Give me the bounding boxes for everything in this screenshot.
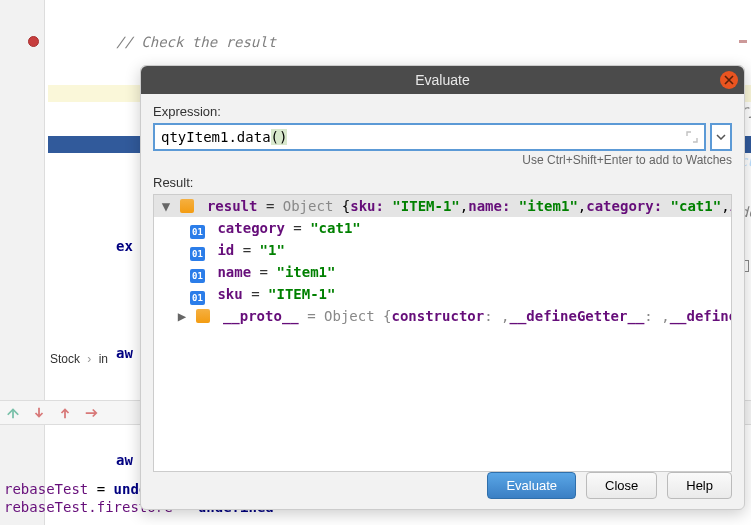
expand-right-icon[interactable]: ▶ [176,305,188,327]
result-property-row[interactable]: 01 category = "cat1" [154,217,731,239]
result-property-row[interactable]: 01 name = "item1" [154,261,731,283]
step-out-icon[interactable] [58,406,72,420]
breakpoint-icon[interactable] [28,36,39,47]
expand-icon[interactable] [686,131,698,143]
code-comment: // Check the result [116,34,276,50]
object-icon [180,199,194,213]
evaluate-button[interactable]: Evaluate [487,472,576,499]
breadcrumb-sep-icon: › [87,352,91,366]
chevron-down-icon [716,134,726,140]
expand-down-icon[interactable]: ▼ [160,195,172,217]
string-icon: 01 [190,247,205,261]
gutter [0,0,45,525]
result-label: Result: [153,175,732,190]
close-button[interactable]: Close [586,472,657,499]
ruler-mark-icon [739,40,747,43]
hint-text: Use Ctrl+Shift+Enter to add to Watches [153,153,732,167]
expression-label: Expression: [153,104,732,119]
evaluate-dialog: Evaluate Expression: qtyItem1.data() Use… [140,65,745,510]
dialog-titlebar[interactable]: Evaluate [141,66,744,94]
run-to-cursor-icon[interactable] [84,406,98,420]
close-icon[interactable] [720,71,738,89]
expression-input[interactable]: qtyItem1.data() [153,123,706,151]
result-tree[interactable]: ▼ result = Object {sku: "ITEM-1",name: "… [153,194,732,472]
result-property-row[interactable]: 01 sku = "ITEM-1" [154,283,731,305]
string-icon: 01 [190,269,205,283]
object-icon [196,309,210,323]
step-into-icon[interactable] [32,406,46,420]
string-icon: 01 [190,225,205,239]
result-property-row[interactable]: 01 id = "1" [154,239,731,261]
history-dropdown[interactable] [710,123,732,151]
help-button[interactable]: Help [667,472,732,499]
result-root-row[interactable]: ▼ result = Object {sku: "ITEM-1",name: "… [154,195,731,217]
dialog-title: Evaluate [415,72,469,88]
step-over-icon[interactable] [6,406,20,420]
result-proto-row[interactable]: ▶ __proto__ = Object {constructor: ,__de… [154,305,731,327]
string-icon: 01 [190,291,205,305]
breadcrumb[interactable]: Stock › in [50,352,108,366]
